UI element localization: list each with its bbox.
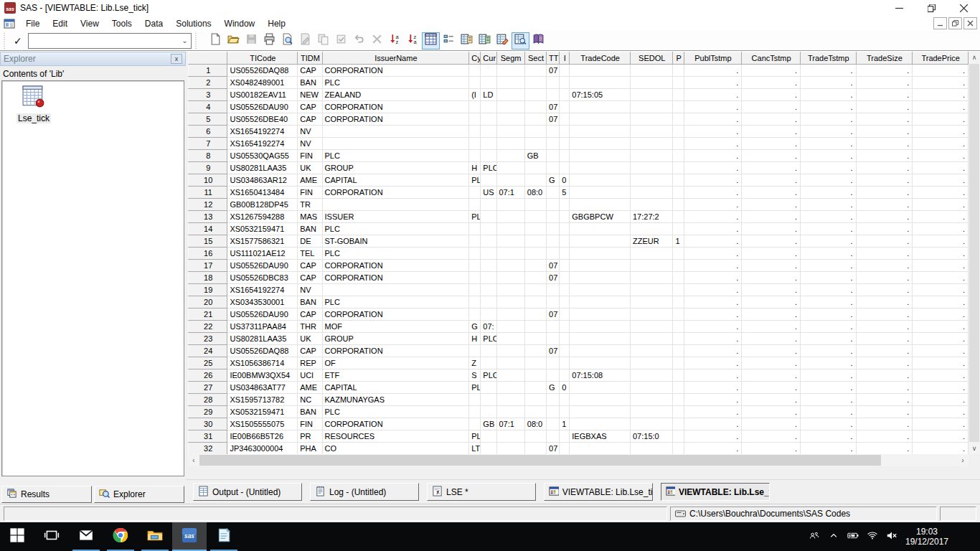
copy-button[interactable] xyxy=(314,32,332,50)
cell-ticode[interactable]: US05526DAQ88 xyxy=(227,345,298,357)
cell-cur[interactable] xyxy=(481,174,496,187)
cell-p[interactable] xyxy=(673,430,684,443)
cell-tradesize[interactable]: . xyxy=(856,199,913,211)
row-number-cell[interactable]: 32 xyxy=(189,443,227,455)
cell-tt[interactable]: 07 xyxy=(547,309,560,321)
cell-tt[interactable] xyxy=(547,187,560,199)
cell-p[interactable] xyxy=(673,260,684,272)
cell-ticode[interactable]: US05530QAG55 xyxy=(227,150,298,162)
cell-ticode[interactable]: GB00B128DP45 xyxy=(227,199,298,211)
cell-ticode[interactable]: US80281LAA35 xyxy=(227,162,298,174)
cell-tradesize[interactable]: . xyxy=(856,345,913,357)
cell-publtstmp[interactable]: . xyxy=(684,126,742,138)
cell-sedol[interactable] xyxy=(631,382,673,394)
cell-tradecode[interactable] xyxy=(570,443,631,455)
cell-cy[interactable]: H xyxy=(469,333,481,345)
cell-cur[interactable]: 07: xyxy=(481,321,496,333)
cell-tidm[interactable]: NC xyxy=(298,394,322,406)
cell-tt[interactable]: G xyxy=(547,382,560,394)
cell-tt[interactable]: 07 xyxy=(547,260,560,272)
cell-tradeprice[interactable]: . xyxy=(913,430,969,443)
cell-tidm[interactable]: PR xyxy=(298,430,322,443)
cell-segm[interactable] xyxy=(496,357,524,369)
cell-tt[interactable] xyxy=(547,77,560,89)
cell-sedol[interactable] xyxy=(631,443,673,455)
cell-ticode[interactable]: US05526DBC83 xyxy=(227,272,298,284)
cell-segm[interactable] xyxy=(496,369,524,382)
cell-sedol[interactable] xyxy=(631,406,673,418)
cell-cur[interactable] xyxy=(481,430,496,443)
column-header-canctstmp[interactable]: CancTstmp xyxy=(742,52,801,65)
cell-canctstmp[interactable]: . xyxy=(742,309,801,321)
cell-i[interactable] xyxy=(560,443,570,455)
cell-p[interactable] xyxy=(673,369,684,382)
cell-sect[interactable]: 08:0 xyxy=(524,418,546,430)
cell-publtstmp[interactable]: . xyxy=(684,284,742,296)
cell-tidm[interactable]: NV xyxy=(298,126,322,138)
cell-i[interactable]: 0 xyxy=(560,174,570,187)
edit-table-button[interactable] xyxy=(494,32,512,50)
tray-people-icon[interactable] xyxy=(804,522,824,551)
minimize-button[interactable] xyxy=(883,0,915,16)
cell-issuername[interactable] xyxy=(322,199,469,211)
cell-segm[interactable] xyxy=(496,235,524,248)
cell-sect[interactable] xyxy=(524,260,546,272)
cell-tt[interactable] xyxy=(547,296,560,309)
cell-i[interactable] xyxy=(560,65,570,77)
cell-sect[interactable] xyxy=(524,248,546,260)
cell-tidm[interactable]: BAN xyxy=(298,223,322,235)
cell-tidm[interactable]: NV xyxy=(298,138,322,150)
cell-tidm[interactable]: TR xyxy=(298,199,322,211)
cell-tradesize[interactable]: . xyxy=(856,89,913,101)
undo-button[interactable] xyxy=(350,32,368,50)
cell-issuername[interactable]: MOF xyxy=(322,321,469,333)
cell-cy[interactable] xyxy=(469,187,481,199)
cell-tradecode[interactable]: 07:15:08 xyxy=(570,369,631,382)
cell-ticode[interactable]: XS1654192274 xyxy=(227,138,298,150)
cell-tradetstmp[interactable]: . xyxy=(800,199,856,211)
cell-issuername[interactable]: CORPORATION xyxy=(322,260,469,272)
cell-sect[interactable] xyxy=(524,296,546,309)
explorer-close-icon[interactable]: x xyxy=(171,54,182,64)
data-table[interactable]: TICodeTIDMIssuerNameCyCurSegmSectTTITrad… xyxy=(188,52,969,455)
cell-ticode[interactable]: US00182EAV11 xyxy=(227,89,298,101)
cell-p[interactable] xyxy=(673,248,684,260)
cell-segm[interactable] xyxy=(496,223,524,235)
cell-tradesize[interactable]: . xyxy=(856,65,913,77)
cell-p[interactable] xyxy=(673,333,684,345)
cell-tradecode[interactable] xyxy=(570,248,631,260)
cell-i[interactable] xyxy=(560,150,570,162)
cell-tradeprice[interactable]: . xyxy=(913,150,969,162)
cell-sect[interactable] xyxy=(524,430,546,443)
cell-tradecode[interactable] xyxy=(570,394,631,406)
cell-tradesize[interactable]: . xyxy=(856,333,913,345)
cell-ticode[interactable]: XS1505555075 xyxy=(227,418,298,430)
cell-canctstmp[interactable]: . xyxy=(742,211,801,223)
cell-segm[interactable] xyxy=(496,309,524,321)
cell-tradecode[interactable] xyxy=(570,162,631,174)
cell-tidm[interactable]: UK xyxy=(298,162,322,174)
delete-button[interactable] xyxy=(368,32,386,50)
cell-publtstmp[interactable]: . xyxy=(684,382,742,394)
cell-tradeprice[interactable]: . xyxy=(913,394,969,406)
taskbar-app-sas[interactable]: sas xyxy=(172,522,207,551)
cell-sedol[interactable] xyxy=(631,418,673,430)
cell-publtstmp[interactable]: . xyxy=(684,235,742,248)
column-header-tradecode[interactable]: TradeCode xyxy=(570,52,631,65)
open-folder-button[interactable] xyxy=(225,32,242,50)
command-check-icon[interactable]: ✓ xyxy=(14,35,22,47)
cell-cur[interactable] xyxy=(481,443,496,455)
cell-sedol[interactable] xyxy=(631,345,673,357)
tray-hidden-icons-chevron[interactable] xyxy=(824,522,843,551)
row-number-cell[interactable]: 17 xyxy=(189,260,227,272)
cell-cy[interactable] xyxy=(469,199,481,211)
menu-help[interactable]: Help xyxy=(261,17,292,30)
cell-i[interactable] xyxy=(560,101,570,113)
cell-ticode[interactable]: US034863AR12 xyxy=(227,174,298,187)
cell-publtstmp[interactable]: . xyxy=(684,187,742,199)
row-number-cell[interactable]: 24 xyxy=(189,345,227,357)
cell-segm[interactable] xyxy=(496,199,524,211)
cell-cy[interactable]: (I xyxy=(469,89,481,101)
cell-cur[interactable] xyxy=(481,101,496,113)
cell-cur[interactable] xyxy=(481,248,496,260)
